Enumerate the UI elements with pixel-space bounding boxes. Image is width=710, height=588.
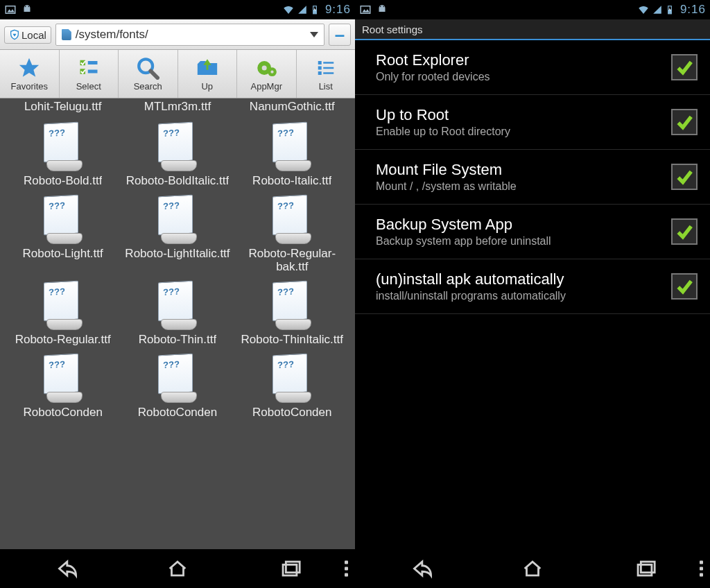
file-item[interactable]: Roboto-Regular-bak.ttf xyxy=(235,190,349,276)
toolbar-label: Favorites xyxy=(11,81,48,92)
file-grid[interactable]: Lohit-Telugu.ttf MTLmr3m.ttf NanumGothic… xyxy=(0,98,355,549)
svg-rect-23 xyxy=(318,67,322,70)
file-icon xyxy=(151,194,204,247)
picture-icon xyxy=(359,3,372,16)
file-item[interactable]: Roboto-Regular.ttf xyxy=(6,276,120,349)
svg-point-32 xyxy=(383,6,385,8)
signal-icon xyxy=(652,5,662,15)
file-item[interactable]: Roboto-Thin.ttf xyxy=(120,276,234,349)
folder-up-icon xyxy=(196,56,219,80)
checkbox[interactable] xyxy=(671,218,698,245)
file-item[interactable]: Roboto-Light.ttf xyxy=(6,190,120,263)
back-icon[interactable] xyxy=(408,557,432,580)
android-icon xyxy=(376,3,388,16)
clock: 9:16 xyxy=(680,3,706,17)
checkbox[interactable] xyxy=(671,273,698,300)
shield-down-icon xyxy=(9,29,20,40)
toolbar-search[interactable]: Search xyxy=(119,50,178,98)
file-icon xyxy=(37,121,89,174)
file-label[interactable]: Lohit-Telugu.ttf xyxy=(6,100,120,117)
setting-title: Backup System App xyxy=(376,216,671,234)
svg-marker-33 xyxy=(653,6,661,14)
file-item[interactable]: RobotoConden xyxy=(6,349,120,422)
path-text: /system/fonts/ xyxy=(76,28,148,42)
setting-item[interactable]: Backup System AppBackup system app befor… xyxy=(355,205,710,259)
file-label: RobotoConden xyxy=(23,406,102,419)
setting-subtitle: Enable up to Root directory xyxy=(376,126,671,138)
battery-charging-icon xyxy=(665,5,675,15)
checkbox[interactable] xyxy=(671,109,698,135)
toolbar-up[interactable]: Up xyxy=(178,50,238,98)
file-row: RobotoCondenRobotoCondenRobotoConden xyxy=(6,349,349,422)
file-icon xyxy=(266,280,318,333)
recents-icon[interactable] xyxy=(278,557,302,580)
file-label: Roboto-Italic.ttf xyxy=(252,174,331,187)
svg-rect-12 xyxy=(88,61,98,64)
file-item[interactable]: RobotoConden xyxy=(235,349,349,422)
wifi-icon xyxy=(637,3,650,16)
phone-left: 9:16 Local /system/fonts/ – Favorites Se… xyxy=(0,0,355,588)
home-icon[interactable] xyxy=(521,557,544,580)
back-icon[interactable] xyxy=(53,557,77,580)
setting-item[interactable]: Up to RootEnable up to Root directory xyxy=(355,95,710,150)
toolbar-label: Select xyxy=(76,81,101,92)
setting-item[interactable]: Root ExplorerOnly for rooted devices xyxy=(355,40,710,95)
file-item[interactable]: Roboto-Italic.ttf xyxy=(235,117,349,190)
file-item[interactable]: Roboto-ThinItalic.ttf xyxy=(235,276,349,349)
checkbox[interactable] xyxy=(671,164,698,190)
settings-header: Root settings xyxy=(355,19,710,40)
toolbar-appmgr[interactable]: AppMgr xyxy=(237,50,297,98)
path-input[interactable]: /system/fonts/ xyxy=(55,24,324,46)
toolbar-select[interactable]: Select xyxy=(60,50,119,98)
setting-subtitle: Only for rooted devices xyxy=(376,71,671,83)
picture-icon xyxy=(4,3,17,16)
toolbar-label: Search xyxy=(134,81,162,92)
menu-icon[interactable] xyxy=(345,561,348,577)
file-item[interactable]: Roboto-Bold.ttf xyxy=(6,117,120,190)
setting-title: Up to Root xyxy=(376,106,671,124)
file-label: RobotoConden xyxy=(252,406,331,419)
file-label: Roboto-Regular-bak.ttf xyxy=(238,247,347,273)
file-label: Roboto-Thin.ttf xyxy=(139,333,216,346)
settings-title: Root settings xyxy=(362,24,423,35)
svg-point-31 xyxy=(380,6,381,8)
phone-right: 9:16 Root settings Root ExplorerOnly for… xyxy=(355,0,710,588)
toolbar-label: Up xyxy=(201,81,213,92)
svg-rect-22 xyxy=(323,62,334,64)
signal-icon xyxy=(297,5,307,15)
svg-rect-13 xyxy=(88,70,98,74)
file-row: Roboto-Bold.ttfRoboto-BoldItalic.ttfRobo… xyxy=(6,117,349,190)
file-item[interactable]: Roboto-BoldItalic.ttf xyxy=(120,117,234,190)
recents-icon[interactable] xyxy=(633,557,657,580)
file-icon xyxy=(37,353,89,406)
svg-line-15 xyxy=(151,71,158,78)
star-icon xyxy=(17,56,41,80)
svg-rect-21 xyxy=(318,61,322,64)
toolbar: Favorites Select Search Up AppMgr xyxy=(0,50,355,98)
setting-subtitle: install/uninstall programs automatically xyxy=(376,290,671,302)
file-item[interactable]: RobotoConden xyxy=(120,349,234,422)
setting-title: Mount File System xyxy=(376,161,671,179)
toolbar-favorites[interactable]: Favorites xyxy=(0,50,60,98)
svg-marker-4 xyxy=(298,6,306,14)
minimize-button[interactable]: – xyxy=(329,24,351,46)
nav-bar xyxy=(0,549,355,588)
setting-title: Root Explorer xyxy=(376,51,671,69)
menu-icon[interactable] xyxy=(700,561,703,577)
file-label: RobotoConden xyxy=(138,406,217,419)
chevron-down-icon xyxy=(310,32,318,37)
sdcard-icon xyxy=(62,29,71,40)
file-label: Roboto-Regular.ttf xyxy=(15,333,111,346)
file-item[interactable]: Roboto-LightItalic.ttf xyxy=(120,190,234,263)
file-label[interactable]: NanumGothic.ttf xyxy=(235,100,349,117)
storage-selector[interactable]: Local xyxy=(4,26,51,44)
file-label[interactable]: MTLmr3m.ttf xyxy=(120,100,234,117)
toolbar-list[interactable]: List xyxy=(297,50,356,98)
wifi-icon xyxy=(282,3,295,16)
setting-item[interactable]: (un)install apk automaticallyinstall/uni… xyxy=(355,259,710,314)
setting-item[interactable]: Mount File SystemMount / , /system as wr… xyxy=(355,150,710,205)
home-icon[interactable] xyxy=(166,557,189,580)
battery-charging-icon xyxy=(310,5,320,15)
file-icon xyxy=(37,280,89,333)
checkbox[interactable] xyxy=(671,54,698,80)
